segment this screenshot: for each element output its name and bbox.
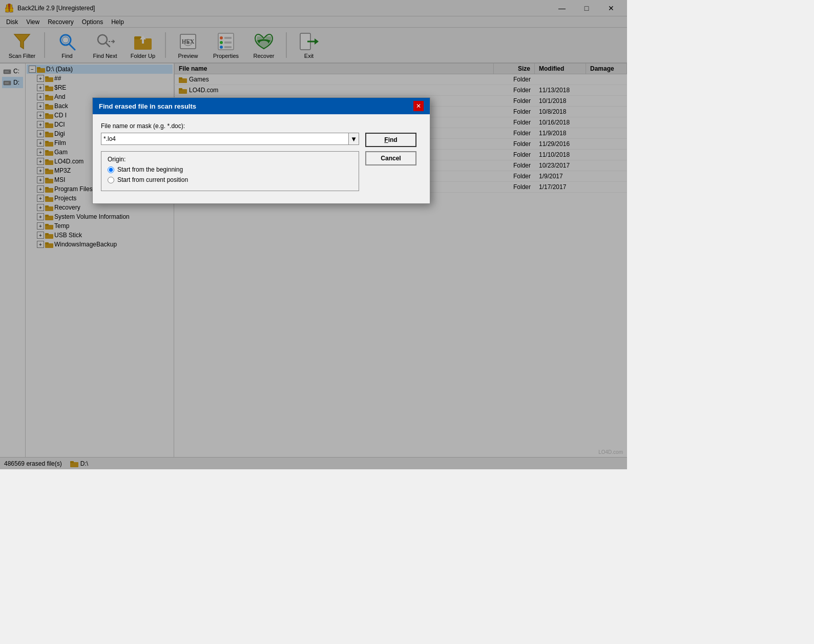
- find-input-dropdown[interactable]: ▼: [349, 133, 359, 145]
- from-beginning-label[interactable]: Start from the beginning: [117, 166, 183, 173]
- dialog-title: Find erased file in scan results: [99, 102, 196, 110]
- origin-group: Origin: Start from the beginning Start f…: [101, 151, 359, 191]
- radio-from-beginning: Start from the beginning: [108, 166, 352, 173]
- dialog-body: File name or mask (e.g. *.doc): ▼ Origin…: [93, 114, 430, 203]
- dialog-input-row: ▼: [101, 133, 359, 145]
- find-dialog-find-button[interactable]: Find: [365, 133, 416, 147]
- radio-from-current: Start from current position: [108, 176, 352, 183]
- dialog-input-label: File name or mask (e.g. *.doc):: [101, 122, 359, 130]
- from-current-radio[interactable]: [108, 177, 114, 183]
- origin-label: Origin:: [108, 156, 352, 163]
- dialog-close-button[interactable]: ✕: [413, 101, 424, 111]
- find-dialog-cancel-button[interactable]: Cancel: [365, 151, 416, 165]
- from-beginning-radio[interactable]: [108, 167, 114, 173]
- from-current-label[interactable]: Start from current position: [117, 176, 188, 183]
- find-dialog: Find erased file in scan results ✕ File …: [92, 97, 430, 204]
- dialog-title-bar: Find erased file in scan results ✕: [93, 98, 430, 114]
- modal-overlay: Find erased file in scan results ✕ File …: [0, 0, 627, 469]
- find-input[interactable]: [101, 133, 349, 145]
